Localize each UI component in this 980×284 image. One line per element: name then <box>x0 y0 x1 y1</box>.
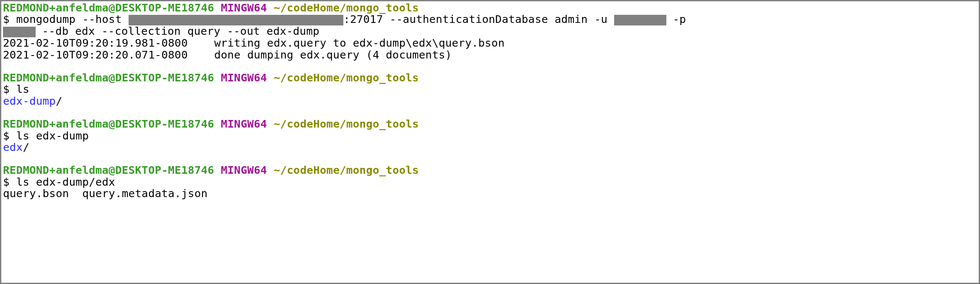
prompt-line: REDMOND+anfeldma@DESKTOP-ME18746 MINGW64… <box>3 117 419 130</box>
prompt-symbol: $ <box>3 175 10 188</box>
prompt-line: REDMOND+anfeldma@DESKTOP-ME18746 MINGW64… <box>3 164 419 176</box>
prompt-cwd: ~/codeHome/mongo_tools <box>274 71 419 84</box>
dir-slash: / <box>56 95 62 107</box>
cmd-ls-edxdump: ls edx-dump <box>16 129 89 142</box>
output-line: 2021-02-10T09:20:19.981-0800 writing edx… <box>3 36 505 49</box>
prompt-shell: MINGW64 <box>221 1 267 14</box>
dir-entry: edx <box>3 141 23 153</box>
redacted-user <box>614 15 666 26</box>
cmd-mongodump-p: -p <box>666 13 693 25</box>
prompt-shell: MINGW64 <box>221 164 267 176</box>
prompt-symbol: $ <box>3 83 10 95</box>
prompt-symbol: $ <box>3 129 10 142</box>
redacted-pass <box>3 27 36 38</box>
dir-entry: edx-dump <box>3 95 56 107</box>
output-line: 2021-02-10T09:20:20.071-0800 done dumpin… <box>3 48 452 61</box>
prompt-line: REDMOND+anfeldma@DESKTOP-ME18746 MINGW64… <box>3 71 419 84</box>
cmd-mongodump-pre: mongodump --host <box>16 13 128 25</box>
cmd-mongodump-mid: :27017 --authenticationDatabase admin -u <box>343 13 614 25</box>
prompt-cwd: ~/codeHome/mongo_tools <box>274 117 419 130</box>
redacted-host <box>129 15 344 26</box>
terminal-window[interactable]: REDMOND+anfeldma@DESKTOP-ME18746 MINGW64… <box>0 0 980 284</box>
prompt-shell: MINGW64 <box>221 117 267 130</box>
prompt-cwd: ~/codeHome/mongo_tools <box>274 164 419 176</box>
prompt-user-host: REDMOND+anfeldma@DESKTOP-ME18746 <box>3 117 214 130</box>
cmd-ls: ls <box>16 83 29 95</box>
prompt-cwd: ~/codeHome/mongo_tools <box>274 1 419 14</box>
output-line: query.bson query.metadata.json <box>3 187 208 200</box>
prompt-user-host: REDMOND+anfeldma@DESKTOP-ME18746 <box>3 1 214 14</box>
prompt-line: REDMOND+anfeldma@DESKTOP-ME18746 MINGW64… <box>3 1 419 14</box>
prompt-user-host: REDMOND+anfeldma@DESKTOP-ME18746 <box>3 71 214 84</box>
cmd-mongodump-line2: --db edx --collection query --out edx-du… <box>36 25 320 37</box>
cmd-ls-edx: ls edx-dump/edx <box>16 175 115 188</box>
prompt-user-host: REDMOND+anfeldma@DESKTOP-ME18746 <box>3 164 214 176</box>
prompt-shell: MINGW64 <box>221 71 267 84</box>
dir-slash: / <box>23 141 30 153</box>
prompt-symbol: $ <box>3 13 10 25</box>
